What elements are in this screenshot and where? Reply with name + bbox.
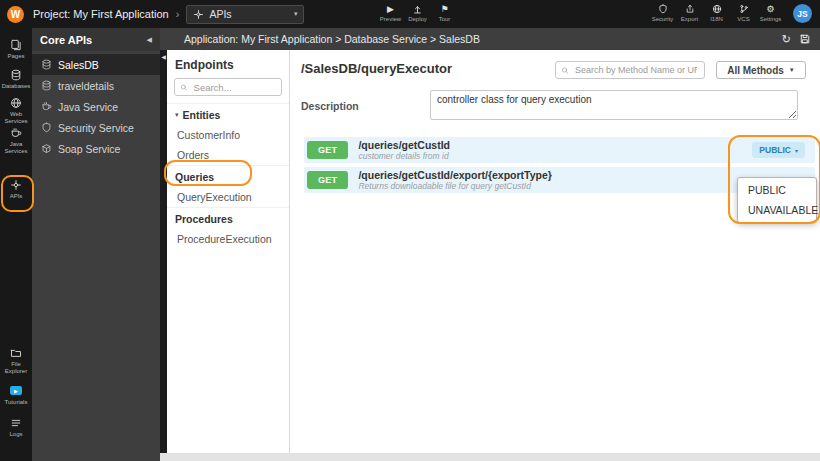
menu-item-unavailable[interactable]: UNAVAILABLE [738,200,816,220]
endpoint-path: /queries/getCustId/export/{exportType} [358,169,552,181]
security-button[interactable]: Security [649,3,676,22]
preview-button[interactable]: ▶ Preview [377,3,404,22]
deploy-button[interactable]: Deploy [404,3,431,22]
globe-icon [712,3,722,15]
export-label: Export [681,16,698,22]
settings-button[interactable]: ⚙ Settings [757,3,784,22]
export-button[interactable]: Export [676,3,703,22]
database-icon [41,59,52,70]
rail-item-pages[interactable]: Pages [0,38,32,60]
play-icon: ▶ [387,3,394,15]
group-label: Procedures [175,213,233,225]
collapse-left-icon[interactable]: ◀ [160,50,167,64]
group-header-queries[interactable]: Queries [167,165,289,187]
description-input[interactable]: controller class for query execution [430,90,798,120]
service-item-soap-service[interactable]: Soap Service [32,138,160,159]
all-methods-filter[interactable]: All Methods ▼ [716,61,806,79]
panel-splitter[interactable]: ◀ [160,50,167,453]
chevron-down-icon: ▾ [294,10,298,18]
database-icon [41,80,52,91]
module-dropdown[interactable]: APIs ▾ [186,5,304,24]
api-icon [193,9,204,20]
video-play-icon: ▶ [10,384,22,397]
user-avatar[interactable]: JS [793,4,812,23]
endpoint-subtitle: customer details from id [358,151,450,161]
application-header-strip: Application: My First Application > Data… [160,28,820,50]
topbar-center-actions: ▶ Preview Deploy ⚑ Tour [377,3,458,22]
wavemaker-logo[interactable]: W [7,6,24,23]
endpoints-panel: Endpoints ▾ Entities CustomerInfo Orders… [167,50,290,453]
description-label: Description [301,100,359,112]
service-label: SalesDB [58,59,99,71]
group-label: Entities [183,109,221,121]
rail-item-logs[interactable]: Logs [0,416,32,438]
page-title: /SalesDB/queryExecutor [301,61,452,76]
rail-label: Tutorials [4,399,29,406]
endpoint-item-customerinfo[interactable]: CustomerInfo [167,125,289,145]
service-item-security-service[interactable]: Security Service [32,117,160,138]
wavemaker-studio-window: W Project: My First Application › APIs ▾… [0,0,820,461]
rail-item-web-services[interactable]: Web Services [0,96,32,125]
rail-item-tutorials[interactable]: ▶ Tutorials [0,384,32,406]
tour-button[interactable]: ⚑ Tour [431,3,458,22]
endpoint-row-text: /queries/getCustId customer details from… [358,139,450,161]
menu-item-public[interactable]: PUBLIC [738,180,816,200]
refresh-icon[interactable]: ↻ [782,33,791,46]
project-name-label: Project: My First Application [33,8,169,20]
chevron-right-icon: › [176,8,180,20]
flag-icon: ⚑ [440,3,448,15]
rail-label: Web Services [0,111,32,125]
method-search-input[interactable] [573,64,699,76]
service-item-java-service[interactable]: Java Service [32,96,160,117]
service-label: Soap Service [58,143,120,155]
rail-item-apis[interactable]: APIs [0,178,32,200]
rail-item-java-services[interactable]: Java Services [0,126,32,155]
group-label: Queries [175,171,214,183]
rail-label: File Explorer [0,361,32,375]
security-label: Security [652,16,674,22]
endpoint-item-orders[interactable]: Orders [167,145,289,165]
rail-item-databases[interactable]: Databases [0,68,32,90]
endpoint-row-getcustid[interactable]: GET /queries/getCustId customer details … [304,137,815,163]
service-item-salesdb[interactable]: SalesDB [32,54,160,75]
search-icon [561,66,569,75]
get-method-badge: GET [307,171,348,189]
shield-icon [41,122,52,133]
breadcrumb: Application: My First Application > Data… [184,33,480,45]
rail-label: Databases [1,83,32,90]
play-icon: ▶ [14,388,18,394]
collapse-left-icon[interactable]: ◀ [147,36,152,44]
rail-item-file-explorer[interactable]: File Explorer [0,346,32,375]
export-icon [685,3,695,15]
access-dropdown-button[interactable]: PUBLIC ▾ [752,142,805,158]
endpoint-item-procedureexecution[interactable]: ProcedureExecution [167,229,289,249]
deploy-icon [412,3,423,15]
service-label: traveldetails [58,80,114,92]
coffee-icon [41,101,52,112]
globe-icon [10,96,22,109]
settings-label: Settings [760,16,782,22]
endpoints-search-input[interactable] [192,81,276,94]
search-icon [180,83,188,92]
vcs-button[interactable]: VCS [730,3,757,22]
group-header-entities[interactable]: ▾ Entities [167,103,289,125]
left-nav-rail: Pages Databases Web Services Java Servic… [0,28,32,461]
all-methods-label: All Methods [727,65,784,76]
core-apis-panel: Core APIs ◀ SalesDB traveldetails Java S… [32,28,160,461]
rail-label: Java Services [0,141,32,155]
i18n-label: I18N [710,16,723,22]
service-item-traveldetails[interactable]: traveldetails [32,75,160,96]
chevron-down-icon: ▾ [175,111,179,119]
endpoint-item-queryexecution[interactable]: QueryExecution [167,187,289,207]
save-icon[interactable] [799,33,811,45]
strip-actions: ↻ [782,33,820,46]
i18n-button[interactable]: I18N [703,3,730,22]
horizontal-scrollbar[interactable] [160,453,820,461]
gear-icon: ⚙ [766,3,774,15]
get-method-badge: GET [307,141,348,159]
group-header-procedures[interactable]: Procedures [167,207,289,229]
module-dropdown-label: APIs [209,8,231,20]
preview-label: Preview [380,16,401,22]
rail-label: Logs [8,431,23,438]
endpoints-search [174,78,282,96]
